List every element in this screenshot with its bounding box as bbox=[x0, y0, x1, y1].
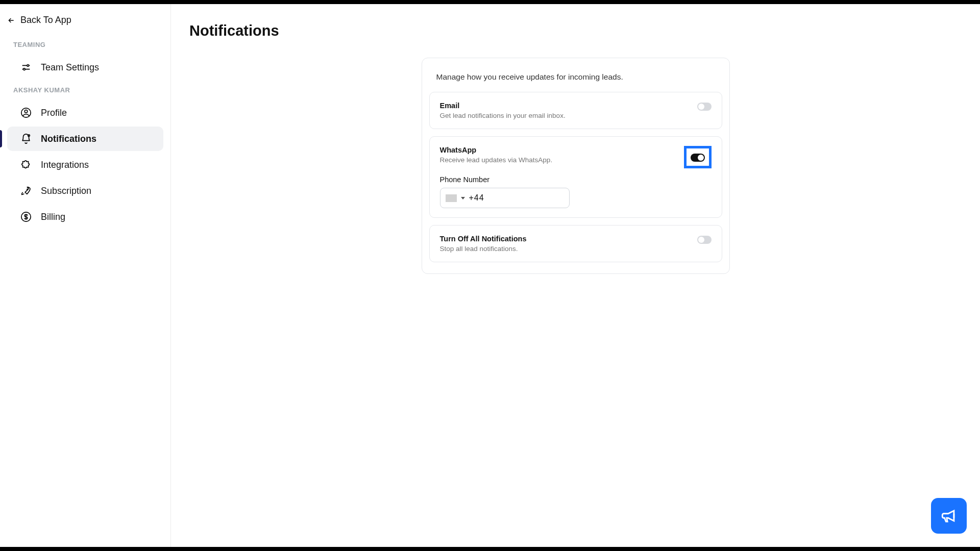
sidebar-label: Notifications bbox=[41, 134, 96, 144]
whatsapp-toggle-highlight bbox=[684, 146, 712, 168]
phone-code-value: +44 bbox=[469, 193, 484, 203]
megaphone-icon bbox=[940, 507, 958, 524]
email-desc: Get lead notifications in your email inb… bbox=[440, 112, 697, 119]
whatsapp-title: WhatsApp bbox=[440, 146, 684, 154]
country-flag-icon bbox=[446, 194, 457, 202]
user-circle-icon bbox=[20, 107, 32, 118]
whatsapp-desc: Receive lead updates via WhatsApp. bbox=[440, 156, 684, 164]
sidebar-item-team-settings[interactable]: Team Settings bbox=[7, 55, 163, 80]
phone-number-input[interactable]: +44 bbox=[440, 188, 570, 208]
sidebar-item-subscription[interactable]: Subscription bbox=[7, 179, 163, 203]
card-subtitle: Manage how you receive updates for incom… bbox=[422, 72, 729, 92]
bell-icon bbox=[20, 133, 32, 144]
svg-point-0 bbox=[27, 65, 29, 67]
turn-off-toggle[interactable] bbox=[697, 236, 712, 244]
sliders-icon bbox=[20, 62, 32, 73]
section-label-teaming: TEAMING bbox=[0, 36, 170, 54]
main-content: Notifications Manage how you receive upd… bbox=[171, 4, 980, 547]
turn-off-desc: Stop all lead notifications. bbox=[440, 245, 697, 253]
whatsapp-toggle[interactable] bbox=[691, 154, 705, 162]
sidebar-label: Subscription bbox=[41, 186, 91, 196]
back-label: Back To App bbox=[20, 15, 71, 26]
page-title: Notifications bbox=[189, 22, 962, 39]
sidebar-item-notifications[interactable]: Notifications bbox=[7, 127, 163, 151]
turn-off-title: Turn Off All Notifications bbox=[440, 235, 697, 243]
back-to-app-link[interactable]: Back To App bbox=[0, 11, 170, 36]
sidebar-item-integrations[interactable]: Integrations bbox=[7, 153, 163, 177]
email-toggle[interactable] bbox=[697, 103, 712, 111]
sidebar-label: Profile bbox=[41, 108, 67, 118]
sidebar-label: Billing bbox=[41, 212, 65, 222]
phone-number-label: Phone Number bbox=[440, 176, 712, 184]
sidebar-item-billing[interactable]: Billing bbox=[7, 205, 163, 229]
puzzle-icon bbox=[20, 159, 32, 170]
sidebar: Back To App TEAMING Team Settings AKSHAY… bbox=[0, 4, 171, 547]
announcements-fab[interactable] bbox=[931, 498, 967, 534]
setting-row-whatsapp: WhatsApp Receive lead updates via WhatsA… bbox=[429, 136, 722, 218]
sidebar-label: Integrations bbox=[41, 160, 89, 170]
chevron-down-icon bbox=[461, 197, 465, 199]
svg-point-5 bbox=[27, 189, 28, 190]
svg-point-1 bbox=[23, 68, 26, 70]
email-title: Email bbox=[440, 102, 697, 110]
sidebar-label: Team Settings bbox=[41, 62, 99, 73]
setting-row-email: Email Get lead notifications in your ema… bbox=[429, 92, 722, 129]
rocket-icon bbox=[20, 185, 32, 196]
setting-row-turn-off: Turn Off All Notifications Stop all lead… bbox=[429, 225, 722, 262]
sidebar-item-profile[interactable]: Profile bbox=[7, 101, 163, 125]
section-label-user: AKSHAY KUMAR bbox=[0, 81, 170, 99]
svg-point-3 bbox=[24, 110, 28, 113]
arrow-left-icon bbox=[7, 16, 15, 24]
notifications-card: Manage how you receive updates for incom… bbox=[422, 58, 730, 274]
dollar-circle-icon bbox=[20, 211, 32, 222]
